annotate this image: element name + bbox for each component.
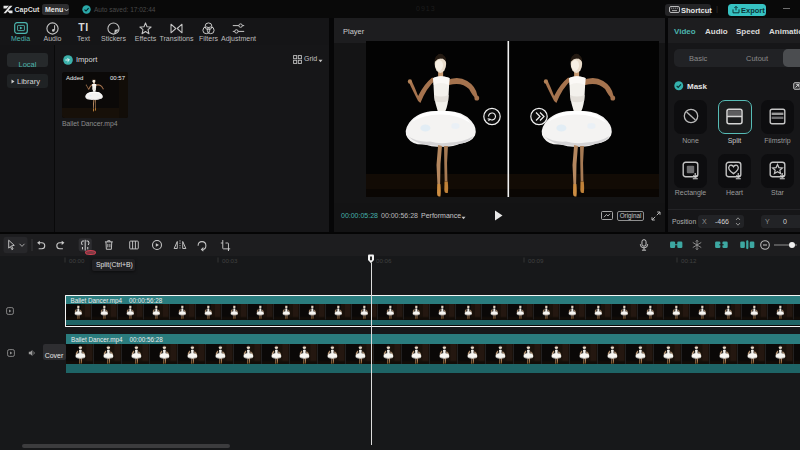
svg-text:00:06: 00:06 (376, 257, 392, 264)
svg-text:00:09: 00:09 (528, 257, 544, 264)
svg-text:00:00: 00:00 (69, 257, 85, 264)
svg-text:00:03: 00:03 (222, 257, 238, 264)
svg-text:00:12: 00:12 (681, 257, 697, 264)
